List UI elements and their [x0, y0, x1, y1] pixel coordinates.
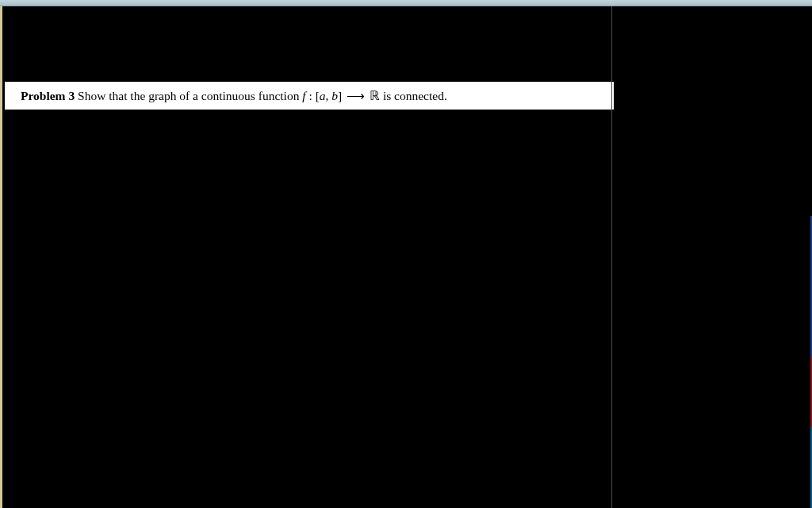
- title-bar-sliver: [0, 0, 812, 6]
- math-a: a: [320, 89, 326, 102]
- math-reals: ℝ: [370, 89, 380, 102]
- math-colon: : [: [306, 89, 320, 102]
- problem-label: Problem 3: [21, 89, 75, 102]
- page-right-edge: [611, 6, 612, 508]
- problem-text-post: is connected.: [380, 89, 447, 102]
- math-b: b: [331, 89, 338, 102]
- math-arrow: ⟶: [345, 87, 366, 105]
- problem-statement: Problem 3 Show that the graph of a conti…: [5, 82, 614, 110]
- math-bracket: ]: [338, 89, 345, 102]
- problem-text-pre: Show that the graph of a continuous func…: [75, 89, 302, 102]
- page-container: Problem 3 Show that the graph of a conti…: [2, 6, 611, 508]
- document-area: Problem 3 Show that the graph of a conti…: [0, 6, 812, 508]
